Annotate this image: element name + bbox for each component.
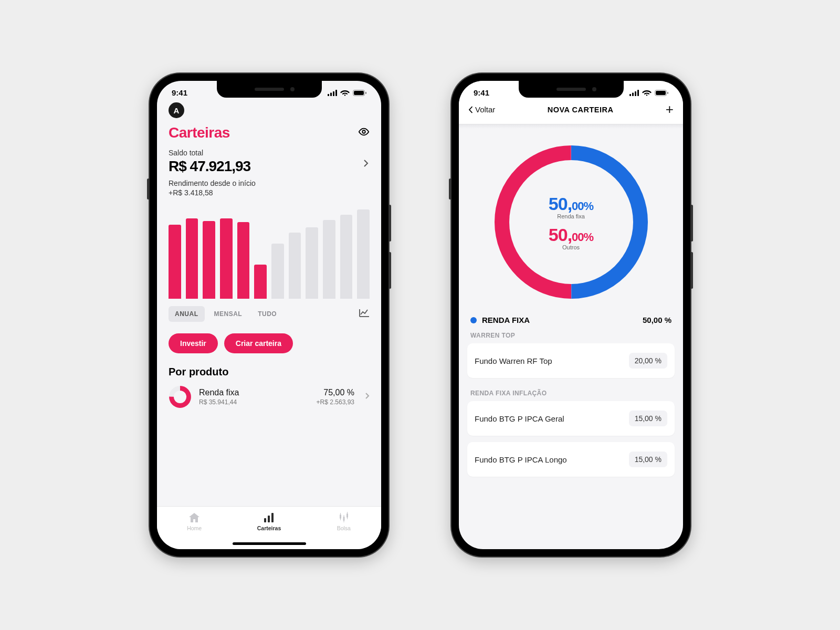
svg-rect-21 <box>347 517 348 519</box>
product-value: R$ 35.941,44 <box>199 398 309 406</box>
svg-rect-1 <box>330 92 332 96</box>
category-name: RENDA FIXA <box>482 316 530 324</box>
product-pct: 75,00 % <box>317 388 354 397</box>
svg-rect-13 <box>340 514 341 519</box>
donut-top-dec: 00% <box>572 200 593 213</box>
section-per-product: Por produto <box>157 353 381 380</box>
svg-rect-16 <box>340 513 341 515</box>
bar <box>186 218 198 299</box>
fund-pct[interactable]: 15,00 % <box>629 452 667 467</box>
home-indicator[interactable] <box>233 542 306 545</box>
fund-card[interactable]: Fundo BTG P IPCA Geral 15,00 % <box>467 401 675 436</box>
bar <box>203 221 215 299</box>
bar <box>357 209 370 299</box>
signal-icon <box>328 90 337 96</box>
donut-bot-dec: 00% <box>572 230 593 244</box>
tab-bolsa[interactable]: Bolsa <box>307 507 381 549</box>
chevron-right-icon[interactable] <box>363 159 369 170</box>
product-row[interactable]: Renda fixa R$ 35.941,44 75,00 % +R$ 2.56… <box>157 380 381 408</box>
bar <box>271 244 284 299</box>
legend-dot-icon <box>470 317 477 323</box>
bottom-tab-bar: Home Carteiras Bolsa <box>157 506 381 549</box>
page-title: Carteiras <box>169 124 230 141</box>
balance-value: R$ 47.921,93 <box>169 158 370 175</box>
tab-label: Bolsa <box>337 525 351 531</box>
fund-card[interactable]: Fundo Warren RF Top 20,00 % <box>467 343 675 378</box>
svg-rect-17 <box>340 518 341 520</box>
period-tab-tudo[interactable]: TUDO <box>251 306 283 322</box>
donut-bot-label: Outros <box>562 244 580 250</box>
bar <box>289 233 301 299</box>
balance-label: Saldo total <box>169 149 370 157</box>
period-tabs: ANUALMENSALTUDO <box>169 306 283 322</box>
svg-rect-27 <box>656 91 666 95</box>
fund-pct[interactable]: 15,00 % <box>629 411 667 426</box>
svg-point-7 <box>362 130 365 133</box>
status-time: 9:41 <box>172 88 187 97</box>
donut-top-int: 50, <box>549 194 572 214</box>
svg-rect-3 <box>335 90 337 96</box>
eye-icon[interactable] <box>358 126 370 140</box>
chevron-right-icon <box>365 392 370 402</box>
donut-bot-int: 50, <box>549 225 572 245</box>
status-time: 9:41 <box>474 88 489 97</box>
period-tab-anual[interactable]: ANUAL <box>169 306 205 322</box>
bar <box>169 225 181 299</box>
battery-icon <box>353 90 366 96</box>
fund-group-title: WARREN TOP <box>459 327 683 343</box>
back-button[interactable]: Voltar <box>468 105 495 114</box>
svg-rect-25 <box>637 90 639 96</box>
svg-rect-11 <box>268 516 270 522</box>
bar <box>220 218 233 299</box>
create-portfolio-button[interactable]: Criar carteira <box>224 333 293 353</box>
svg-rect-14 <box>343 517 344 521</box>
svg-rect-18 <box>343 515 344 517</box>
tab-home[interactable]: Home <box>157 507 232 549</box>
bar-chart <box>157 197 381 299</box>
product-name: Renda fixa <box>199 388 309 397</box>
svg-rect-23 <box>632 92 634 96</box>
phone-right: 9:41 Voltar NOVA CARTEIRA + <box>452 74 690 556</box>
svg-rect-19 <box>343 520 344 522</box>
add-button[interactable]: + <box>666 101 674 118</box>
fund-card[interactable]: Fundo BTG P IPCA Longo 15,00 % <box>467 442 675 477</box>
tab-label: Carteiras <box>257 525 281 531</box>
svg-rect-28 <box>667 92 668 94</box>
wifi-icon <box>642 90 652 96</box>
fund-pct[interactable]: 20,00 % <box>629 353 667 369</box>
mini-donut-icon <box>169 385 192 408</box>
invest-button[interactable]: Investir <box>169 333 218 353</box>
svg-rect-5 <box>354 91 364 95</box>
back-label: Voltar <box>475 105 495 114</box>
battery-icon <box>655 90 668 96</box>
svg-rect-12 <box>271 513 274 522</box>
svg-rect-22 <box>629 94 631 96</box>
wifi-icon <box>340 90 350 96</box>
fund-name: Fundo Warren RF Top <box>475 356 552 365</box>
screen-carteiras: 9:41 A Carteiras <box>157 81 381 549</box>
since-label: Rendimento desde o início <box>169 179 370 187</box>
bar <box>306 227 318 299</box>
category-row[interactable]: RENDA FIXA 50,00 % <box>459 310 683 327</box>
signal-icon <box>629 90 639 96</box>
bar <box>254 265 267 299</box>
phone-left: 9:41 A Carteiras <box>150 74 388 556</box>
line-chart-icon[interactable] <box>359 309 370 319</box>
period-tab-mensal[interactable]: MENSAL <box>208 306 249 322</box>
svg-rect-20 <box>347 512 348 514</box>
svg-rect-2 <box>333 91 334 96</box>
since-value: +R$ 3.418,58 <box>169 188 370 197</box>
bar <box>340 215 353 299</box>
screen-nova-carteira: 9:41 Voltar NOVA CARTEIRA + <box>459 81 683 549</box>
product-gain: +R$ 2.563,93 <box>317 398 354 406</box>
bar <box>323 220 335 299</box>
svg-rect-24 <box>635 91 636 96</box>
svg-rect-0 <box>328 94 329 96</box>
svg-rect-10 <box>264 518 266 522</box>
avatar[interactable]: A <box>169 102 184 118</box>
fund-group-title: RENDA FIXA INFLAÇÃO <box>459 384 683 401</box>
tab-label: Home <box>187 525 202 531</box>
svg-rect-6 <box>365 92 366 94</box>
bar <box>237 222 250 299</box>
fund-name: Fundo BTG P IPCA Geral <box>475 414 564 423</box>
